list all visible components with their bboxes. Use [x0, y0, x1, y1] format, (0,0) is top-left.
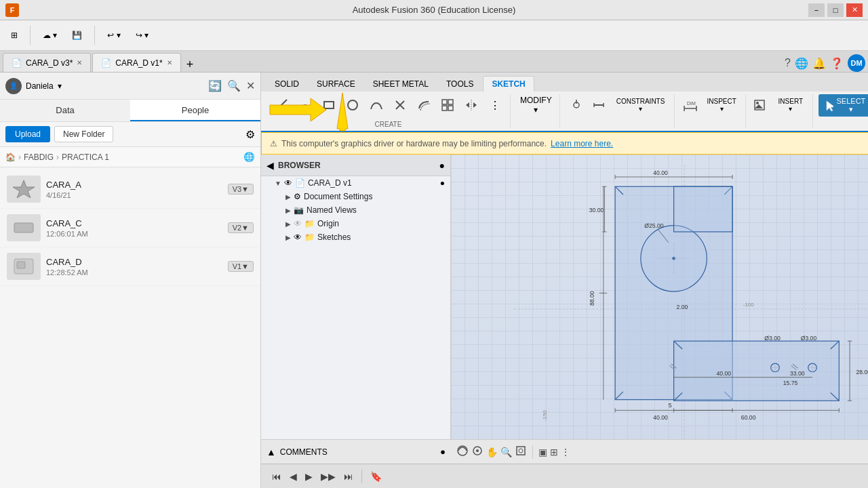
tab-people[interactable]: People — [130, 100, 260, 121]
breadcrumb-practica[interactable]: PRACTICA 1 — [62, 152, 109, 162]
file-name-cara-c: CARA_C — [46, 218, 222, 228]
sketch-canvas[interactable]: Z RIGHT — [451, 155, 868, 464]
display-mode-button[interactable]: ▣ — [538, 447, 547, 458]
warning-link[interactable]: Learn more here. — [551, 139, 613, 148]
ribbon-tab-sheet-metal[interactable]: SHEET METAL — [365, 77, 437, 92]
viewport-options-button[interactable]: ⋮ — [561, 447, 570, 458]
browser-dot-item[interactable]: ● — [440, 178, 445, 188]
file-version-cara-c[interactable]: V2▼ — [228, 222, 254, 233]
dimension-tool[interactable]: DIM — [680, 94, 700, 116]
refresh-button[interactable]: 🔄 — [208, 79, 222, 92]
trim-tool[interactable] — [389, 94, 411, 116]
insert-dropdown[interactable]: INSERT ▾ — [773, 94, 808, 116]
skip-fwd-button[interactable]: ⏭ — [341, 468, 356, 485]
next-button[interactable]: ▶▶ — [318, 468, 338, 485]
user-dropdown-icon: ▾ — [58, 81, 62, 91]
nav-zoom-button[interactable]: 🔍 — [500, 447, 512, 458]
prev-button[interactable]: ◀ — [287, 468, 300, 485]
svg-marker-29 — [827, 101, 833, 111]
new-tab-button[interactable]: + — [182, 58, 198, 72]
more-create-tool[interactable]: ⋮ — [484, 94, 506, 116]
nav-orbit-button[interactable] — [456, 445, 469, 459]
expand-doc-settings[interactable]: ▶ — [285, 193, 291, 201]
comments-expand-button[interactable]: ▲ — [267, 447, 276, 458]
tab-close-1[interactable]: ✕ — [77, 59, 82, 66]
comments-options-button[interactable]: ● — [440, 447, 446, 457]
grid-toggle-button[interactable]: ⊞ — [550, 447, 558, 458]
nav-zoom-fit-button[interactable] — [515, 445, 527, 459]
inspect-dropdown[interactable]: INSPECT ▾ — [702, 94, 741, 116]
file-item-cara-c[interactable]: CARA_C 12:06:01 AM V2▼ — [0, 209, 260, 247]
browser-item-doc-settings[interactable]: ▶ ⚙ Document Settings — [261, 190, 450, 203]
skip-back-button[interactable]: ⏮ — [269, 468, 284, 485]
minimize-button[interactable]: − — [808, 3, 825, 17]
cloud-button[interactable]: ☁ ▾ — [37, 24, 62, 46]
panel-settings-button[interactable]: ⚙ — [245, 128, 255, 141]
pattern-tool[interactable] — [437, 94, 458, 116]
spline-tool[interactable] — [366, 94, 387, 116]
undo-button[interactable]: ↩ ▾ — [102, 24, 125, 46]
breadcrumb-home-icon[interactable]: 🏠 — [5, 152, 16, 162]
transport-sep — [361, 470, 362, 483]
svg-text:Ø25.00: Ø25.00 — [644, 222, 663, 229]
constraints-dropdown[interactable]: CONSTRAINTS ▾ — [611, 94, 670, 116]
upload-button[interactable]: Upload — [5, 126, 50, 142]
breadcrumb-sep-1: › — [18, 152, 21, 162]
tab-data[interactable]: Data — [0, 100, 130, 121]
select-button[interactable]: SELECT ▾ — [818, 94, 868, 117]
play-button[interactable]: ▶ — [302, 468, 315, 485]
new-folder-button[interactable]: New Folder — [54, 126, 113, 142]
ribbon-tabs: SOLID SURFACE SHEET METAL TOOLS SKETCH — [261, 73, 868, 92]
settings-button[interactable]: ❓ — [830, 57, 844, 70]
marker-button[interactable]: 🔖 — [368, 468, 384, 485]
browser-item-named-views[interactable]: ▶ 📷 Named Views — [261, 203, 450, 217]
browser-item-origin[interactable]: ▶ 👁 📁 Origin — [261, 217, 450, 230]
account-button[interactable]: 🌐 — [795, 57, 808, 70]
browser-label-sketches: Sketches — [317, 232, 351, 242]
ribbon-tab-solid[interactable]: SOLID — [267, 77, 307, 92]
nav-pan-button[interactable]: ✋ — [486, 447, 498, 458]
file-item-cara-a[interactable]: CARA_A 4/16/21 V3▼ — [0, 170, 260, 209]
notifications-button[interactable]: 🔔 — [812, 57, 826, 70]
browser-item-cara-d[interactable]: ▼ 👁 📄 CARA_D v1 ● — [261, 176, 450, 190]
create-label: CREATE — [375, 121, 402, 128]
eye-icon-origin[interactable]: 👁 — [294, 219, 302, 228]
expand-icon-cara-d[interactable]: ▼ — [275, 180, 281, 187]
maximize-button[interactable]: □ — [827, 3, 844, 17]
ribbon-tab-surface[interactable]: SURFACE — [309, 77, 363, 92]
file-item-cara-d[interactable]: CARA_D 12:28:52 AM V1▼ — [0, 247, 260, 286]
eye-icon-sketches[interactable]: 👁 — [294, 232, 302, 242]
expand-sketches[interactable]: ▶ — [285, 234, 291, 241]
expand-named-views[interactable]: ▶ — [285, 207, 291, 214]
file-version-cara-a[interactable]: V3▼ — [228, 184, 254, 195]
left-close-button[interactable]: ✕ — [246, 79, 255, 92]
expand-origin[interactable]: ▶ — [285, 220, 291, 228]
eye-icon-cara-d[interactable]: 👁 — [284, 178, 292, 188]
tab-cara-d-v3[interactable]: 📄 CARA_D v3* ✕ — [3, 53, 91, 72]
tab-cara-d-v1[interactable]: 📄 CARA_D v1* ✕ — [92, 53, 180, 72]
modify-dropdown[interactable]: MODIFY ▾ — [516, 94, 555, 116]
ribbon-group-constraints: CONSTRAINTS ▾ — [561, 94, 675, 128]
browser-item-sketches[interactable]: ▶ 👁 📁 Sketches — [261, 230, 450, 244]
offset-tool[interactable] — [413, 94, 435, 116]
tab-close-2[interactable]: ✕ — [167, 59, 172, 66]
file-version-cara-d[interactable]: V1▼ — [228, 261, 254, 272]
breadcrumb-fabdig[interactable]: FABDIG — [24, 152, 54, 162]
breadcrumb-globe-button[interactable]: 🌐 — [243, 152, 255, 162]
grid-menu-button[interactable]: ⊞ — [5, 24, 23, 46]
search-button[interactable]: 🔍 — [227, 79, 241, 92]
save-button[interactable]: 💾 — [66, 24, 87, 46]
browser-options-button[interactable]: ● — [439, 160, 445, 171]
yellow-arrow-annotation — [267, 97, 328, 123]
help-button[interactable]: ? — [785, 57, 791, 69]
browser-collapse-button[interactable]: ◀ — [267, 160, 274, 171]
ribbon-tab-tools[interactable]: TOOLS — [438, 77, 481, 92]
insert-image-tool[interactable] — [751, 94, 771, 116]
nav-look-at-button[interactable] — [471, 445, 484, 459]
coincident-tool[interactable] — [566, 94, 586, 116]
close-button[interactable]: ✕ — [846, 3, 863, 17]
horizontal-tool[interactable] — [589, 94, 609, 116]
redo-button[interactable]: ↪ ▾ — [130, 24, 154, 46]
ribbon-tab-sketch[interactable]: SKETCH — [483, 76, 534, 92]
mirror-tool[interactable] — [460, 94, 482, 116]
